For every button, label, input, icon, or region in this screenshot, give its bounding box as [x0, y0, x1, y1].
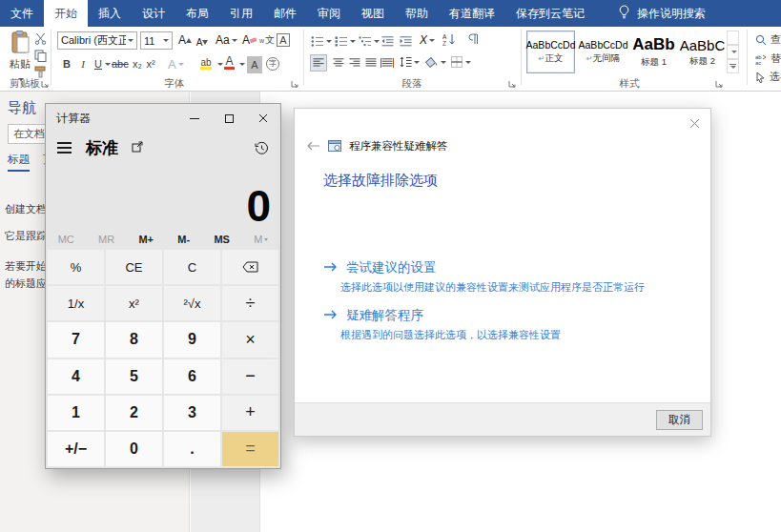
- six-key[interactable]: 6: [164, 359, 220, 394]
- style-heading2[interactable]: AaBbC 标题 2: [678, 31, 727, 73]
- paragraph-dialog-launcher[interactable]: [508, 79, 517, 88]
- select-button[interactable]: 选择: [755, 70, 781, 84]
- two-key[interactable]: 2: [106, 396, 162, 430]
- nine-key[interactable]: 9: [164, 322, 220, 357]
- eight-key[interactable]: 8: [106, 322, 162, 357]
- close-button[interactable]: [246, 104, 280, 133]
- clear-formatting-button[interactable]: A: [242, 31, 257, 49]
- align-right-button[interactable]: [347, 54, 362, 72]
- minimize-button[interactable]: [177, 104, 212, 133]
- five-key[interactable]: 5: [106, 359, 162, 394]
- increase-indent-button[interactable]: [398, 32, 413, 50]
- clipboard-dialog-launcher[interactable]: [41, 79, 50, 88]
- dialog-close-button[interactable]: [687, 115, 702, 131]
- four-key[interactable]: 4: [48, 359, 104, 394]
- option-try-recommended[interactable]: 尝试建议的设置: [323, 259, 437, 276]
- replace-button[interactable]: abac 替换: [755, 51, 781, 66]
- grow-font-button[interactable]: A: [177, 31, 193, 49]
- square-root-key[interactable]: ²√x: [164, 286, 220, 320]
- tab-home[interactable]: 开始: [44, 0, 88, 27]
- square-key[interactable]: x²: [106, 286, 162, 320]
- styles-scroll-down[interactable]: [727, 45, 739, 59]
- styles-dialog-launcher[interactable]: [715, 79, 724, 88]
- line-spacing-button[interactable]: [400, 53, 420, 71]
- seven-key[interactable]: 7: [48, 322, 104, 357]
- copy-button[interactable]: [34, 50, 47, 64]
- keep-on-top-button[interactable]: [132, 139, 144, 156]
- option-troubleshoot-program[interactable]: 疑难解答程序: [323, 307, 423, 324]
- tell-me-search[interactable]: 操作说明搜索: [618, 0, 706, 27]
- tab-help[interactable]: 帮助: [395, 0, 439, 27]
- character-shading-button[interactable]: A: [247, 56, 262, 73]
- history-button[interactable]: [255, 134, 269, 161]
- add-key[interactable]: +: [222, 396, 278, 430]
- maximize-button[interactable]: [212, 104, 246, 133]
- memory-recall-button[interactable]: MR: [98, 234, 114, 245]
- multiply-key[interactable]: ×: [222, 322, 278, 357]
- show-hide-marks-button[interactable]: [465, 31, 481, 48]
- styles-gallery-more[interactable]: [727, 59, 739, 73]
- style-heading1[interactable]: AaBb 标题 1: [629, 31, 678, 73]
- superscript-button[interactable]: x²: [143, 55, 158, 72]
- styles-gallery-scroll[interactable]: [727, 31, 739, 73]
- percent-key[interactable]: %: [48, 250, 104, 284]
- style-normal[interactable]: AaBbCcDd ↵正文: [526, 31, 575, 73]
- highlight-button[interactable]: ab: [200, 56, 212, 70]
- tab-file[interactable]: 文件: [0, 0, 44, 27]
- memory-subtract-button[interactable]: M-: [177, 234, 190, 245]
- align-center-button[interactable]: [331, 54, 346, 72]
- font-color-button[interactable]: A: [224, 54, 235, 70]
- zero-key[interactable]: 0: [106, 432, 162, 466]
- strikethrough-button[interactable]: abc: [112, 55, 129, 72]
- sort-button[interactable]: AZ: [442, 31, 457, 48]
- styles-scroll-up[interactable]: [727, 31, 739, 45]
- clear-key[interactable]: C: [164, 250, 220, 284]
- three-key[interactable]: 3: [164, 396, 220, 430]
- decimal-key[interactable]: .: [164, 432, 220, 466]
- subtract-key[interactable]: −: [222, 359, 278, 394]
- nav-tab-headings[interactable]: 标题: [8, 153, 30, 172]
- underline-button[interactable]: U: [91, 55, 106, 72]
- shading-button[interactable]: [425, 53, 446, 71]
- bullets-button[interactable]: [311, 32, 332, 50]
- change-case-button[interactable]: Aa: [216, 31, 237, 49]
- cancel-button[interactable]: 取消: [656, 410, 703, 430]
- phonetic-guide-button[interactable]: w文: [259, 31, 275, 49]
- cut-button[interactable]: [34, 32, 47, 47]
- borders-button[interactable]: [451, 53, 471, 71]
- multilevel-list-button[interactable]: [359, 32, 380, 50]
- back-arrow-icon[interactable]: [307, 141, 320, 153]
- numbering-button[interactable]: [335, 32, 356, 50]
- italic-button[interactable]: I: [75, 55, 91, 72]
- align-left-button[interactable]: [310, 54, 327, 72]
- bold-button[interactable]: B: [59, 55, 74, 72]
- enclose-characters-button[interactable]: 字: [266, 56, 279, 71]
- text-effects-button[interactable]: A: [168, 55, 184, 72]
- asian-layout-button[interactable]: X: [420, 31, 435, 49]
- character-border-button[interactable]: A: [276, 31, 291, 49]
- font-family-combo[interactable]: Calibri (西文正文: [57, 31, 137, 50]
- reciprocal-key[interactable]: 1/x: [48, 286, 104, 320]
- tab-view[interactable]: 视图: [351, 0, 395, 27]
- distribute-button[interactable]: [380, 54, 395, 72]
- tab-save-to-cloud-notes[interactable]: 保存到云笔记: [505, 0, 595, 27]
- equals-key[interactable]: =: [222, 432, 278, 466]
- font-dialog-launcher[interactable]: [291, 79, 299, 88]
- menu-hamburger-button[interactable]: [57, 142, 72, 153]
- tab-layout[interactable]: 布局: [175, 0, 219, 27]
- justify-button[interactable]: [363, 54, 379, 72]
- tab-insert[interactable]: 插入: [88, 0, 132, 27]
- memory-clear-button[interactable]: MC: [58, 234, 74, 245]
- paste-button[interactable]: 粘贴: [6, 31, 34, 83]
- negate-key[interactable]: +/−: [48, 432, 104, 466]
- tab-review[interactable]: 审阅: [307, 0, 351, 27]
- backspace-key[interactable]: [222, 250, 278, 284]
- divide-key[interactable]: ÷: [222, 286, 278, 320]
- tab-youdao-translate[interactable]: 有道翻译: [439, 0, 505, 27]
- memory-store-button[interactable]: MS: [214, 234, 230, 245]
- memory-flyout-button[interactable]: M: [254, 234, 268, 245]
- memory-add-button[interactable]: M+: [138, 234, 154, 245]
- one-key[interactable]: 1: [48, 396, 104, 430]
- decrease-indent-button[interactable]: [380, 32, 395, 50]
- tab-mailings[interactable]: 邮件: [263, 0, 307, 27]
